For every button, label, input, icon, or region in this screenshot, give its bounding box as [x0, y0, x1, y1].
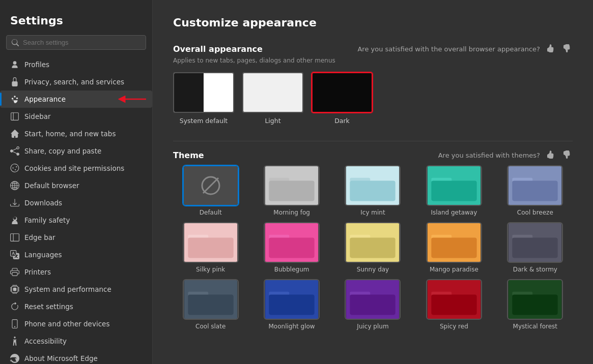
theme-thumbsup-button[interactable]: [544, 149, 556, 161]
theme-grid: Default Morning fog Icy mint Island geta…: [173, 165, 573, 330]
theme-card-dark-stormy[interactable]: Dark & stormy: [498, 222, 573, 273]
theme-thumbsdown-button[interactable]: [560, 149, 573, 161]
sidebar-item-phone[interactable]: Phone and other devices: [0, 315, 152, 332]
theme-card-moonlight-glow[interactable]: Moonlight glow: [254, 279, 329, 330]
sidebar-label-appearance: Appearance: [24, 95, 66, 103]
thumbsup-icon: [546, 44, 554, 52]
svg-rect-11: [431, 181, 476, 201]
system-default-visual: [174, 73, 233, 112]
sidebar-item-about[interactable]: About Microsoft Edge: [0, 350, 152, 364]
theme-thumb-spicy-red: [426, 279, 482, 320]
sidebar-item-appearance[interactable]: Appearance: [0, 90, 152, 108]
light-visual: [243, 73, 302, 112]
overall-thumbsdown-button[interactable]: [560, 43, 573, 55]
theme-card-morning-fog[interactable]: Morning fog: [254, 165, 329, 216]
theme-card-cool-breeze[interactable]: Cool breeze: [498, 165, 573, 216]
sidebar-item-accessibility[interactable]: Accessibility: [0, 332, 152, 350]
theme-card-cool-slate[interactable]: Cool slate: [173, 279, 248, 330]
cookie-icon: [10, 164, 19, 173]
sidebar-item-system[interactable]: System and performance: [0, 281, 152, 298]
appearance-option-system[interactable]: System default: [173, 72, 234, 125]
theme-card-island-getaway[interactable]: Island getaway: [416, 165, 491, 216]
theme-thumb-icy-mint: [345, 165, 401, 206]
theme-label-bubblegum: Bubblegum: [274, 266, 309, 273]
sidebar-label-sidebar: Sidebar: [24, 112, 51, 120]
theme-label-dark-stormy: Dark & stormy: [513, 266, 557, 273]
theme-label-morning-fog: Morning fog: [273, 209, 310, 216]
sidebar-label-privacy: Privacy, search, and services: [24, 78, 124, 86]
dark-visual: [313, 73, 372, 112]
svg-line-2: [203, 178, 218, 193]
sidebar-label-about: About Microsoft Edge: [24, 354, 98, 362]
browser-icon: [10, 181, 19, 190]
theme-card-juicy-plum[interactable]: Juicy plum: [335, 279, 410, 330]
theme-card-mystical-forest[interactable]: Mystical forest: [498, 279, 573, 330]
theme-thumb-default: [183, 165, 239, 206]
sidebar-item-sidebar[interactable]: Sidebar: [0, 108, 152, 125]
theme-card-bubblegum[interactable]: Bubblegum: [254, 222, 329, 273]
sidebar-label-phone: Phone and other devices: [24, 320, 109, 328]
sidebar-item-languages[interactable]: Languages: [0, 246, 152, 263]
svg-rect-17: [188, 238, 233, 258]
sidebar-item-family-safety[interactable]: Family safety: [0, 211, 152, 229]
search-box[interactable]: [6, 35, 146, 50]
appearance-option-light[interactable]: Light: [242, 72, 303, 125]
theme-label-sunny-day: Sunny day: [357, 266, 389, 273]
theme-label-icy-mint: Icy mint: [360, 209, 385, 216]
sidebar-item-default-browser[interactable]: Default browser: [0, 177, 152, 194]
svg-rect-23: [350, 238, 396, 258]
sidebar-item-start-home[interactable]: Start, home, and new tabs: [0, 125, 152, 142]
sidebar-label-system: System and performance: [24, 285, 111, 293]
sidebar-item-downloads[interactable]: Downloads: [0, 194, 152, 211]
appearance-option-dark[interactable]: Dark: [312, 72, 373, 125]
theme-card-icy-mint[interactable]: Icy mint: [335, 165, 410, 216]
search-input[interactable]: [23, 39, 140, 46]
theme-card-default[interactable]: Default: [173, 165, 248, 216]
sidebar-item-profiles[interactable]: Profiles: [0, 56, 152, 73]
sidebar-label-share-copy: Share, copy and paste: [24, 147, 101, 155]
theme-thumb-silky-pink: [183, 222, 239, 263]
theme-feedback-text: Are you satisfied with themes?: [438, 151, 540, 159]
system-default-label: System default: [180, 117, 228, 125]
sidebar-item-share-copy[interactable]: Share, copy and paste: [0, 142, 152, 160]
printer-icon: [10, 267, 19, 277]
theme-feedback: Are you satisfied with themes?: [438, 149, 573, 161]
svg-rect-14: [513, 181, 558, 201]
overall-appearance-title: Overall appearance: [173, 44, 263, 54]
arrow-annotation: [117, 93, 147, 105]
edgebar-icon: [10, 233, 19, 242]
theme-thumb-island-getaway: [426, 165, 482, 206]
share-icon: [10, 146, 19, 156]
home-icon: [10, 129, 19, 138]
sidebar-item-cookies[interactable]: Cookies and site permissions: [0, 160, 152, 177]
sidebar-item-edge-bar[interactable]: Edge bar: [0, 229, 152, 246]
theme-card-sunny-day[interactable]: Sunny day: [335, 222, 410, 273]
overall-appearance-subtitle: Applies to new tabs, pages, dialogs and …: [173, 57, 573, 64]
theme-label-mango-paradise: Mango paradise: [430, 266, 478, 273]
person-icon: [10, 60, 19, 69]
theme-thumb-juicy-plum: [345, 279, 401, 320]
sidebar-item-privacy[interactable]: Privacy, search, and services: [0, 73, 152, 90]
theme-label-silky-pink: Silky pink: [196, 266, 225, 273]
appearance-options: System default Light Dark: [173, 72, 573, 125]
sidebar-item-reset[interactable]: Reset settings: [0, 298, 152, 315]
overall-appearance-feedback: Are you satisfied with the overall brows…: [357, 43, 573, 55]
light-thumb: [242, 72, 303, 113]
sidebar-label-reset: Reset settings: [24, 302, 73, 311]
theme-thumb-bubblegum: [264, 222, 320, 263]
system-icon: [10, 285, 19, 294]
section-divider: [173, 141, 573, 141]
sidebar-label-profiles: Profiles: [24, 60, 49, 69]
theme-label-spicy-red: Spicy red: [440, 323, 468, 330]
sidebar-item-printers[interactable]: Printers: [0, 263, 152, 281]
overall-thumbsup-button[interactable]: [544, 43, 556, 55]
svg-rect-29: [513, 238, 558, 258]
theme-label-cool-slate: Cool slate: [195, 323, 225, 330]
phone-icon: [10, 319, 19, 328]
theme-card-silky-pink[interactable]: Silky pink: [173, 222, 248, 273]
theme-label-cool-breeze: Cool breeze: [517, 209, 553, 216]
theme-label-mystical-forest: Mystical forest: [513, 323, 557, 330]
theme-card-spicy-red[interactable]: Spicy red: [416, 279, 491, 330]
svg-rect-26: [431, 238, 476, 258]
theme-card-mango-paradise[interactable]: Mango paradise: [416, 222, 491, 273]
